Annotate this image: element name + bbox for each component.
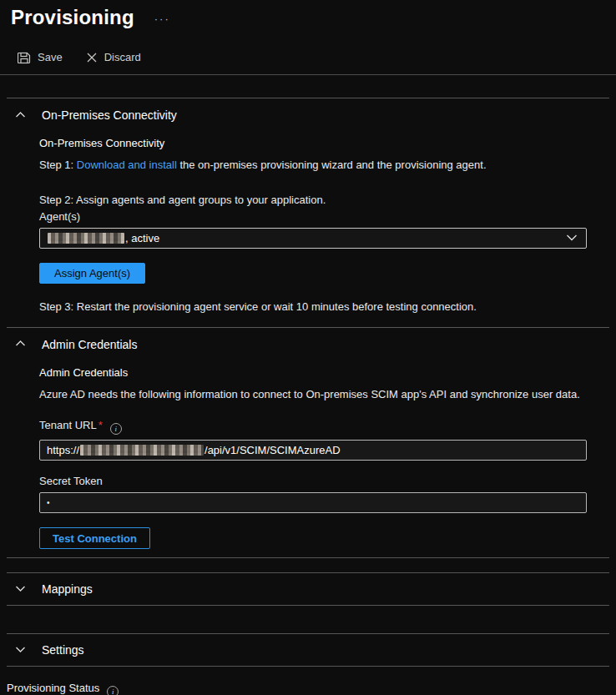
more-menu-button[interactable]: ··· <box>154 13 170 25</box>
agents-label: Agent(s) <box>39 210 587 223</box>
agents-dropdown-value: , active <box>47 232 159 244</box>
discard-button[interactable]: Discard <box>86 51 141 63</box>
step3-text: Step 3: Restart the provisioning agent s… <box>39 300 587 315</box>
page-header: Provisioning ··· <box>0 0 616 29</box>
blade-content: On-Premises Connectivity On-Premises Con… <box>0 75 616 695</box>
tenant-url-suffix: /api/v1/SCIM/SCIMAzureAD <box>204 444 341 456</box>
secret-token-label: Secret Token <box>39 475 587 487</box>
section-settings: Settings <box>7 633 609 667</box>
admin-credentials-subheading: Admin Credentials <box>39 366 587 379</box>
spacer <box>0 606 616 633</box>
provisioning-blade: Provisioning ··· Save Discard <box>0 0 616 695</box>
secret-token-input[interactable]: • <box>39 492 587 513</box>
section-on-premises-connectivity: On-Premises Connectivity On-Premises Con… <box>7 98 609 315</box>
redacted-tenant-host <box>80 445 204 456</box>
section-title: Settings <box>42 643 84 657</box>
redacted-agent-name <box>48 233 124 244</box>
step1-prefix: Step 1: <box>39 159 77 171</box>
step2-text: Step 2: Assign agents and agent groups t… <box>39 193 587 209</box>
chevron-down-icon <box>15 583 26 596</box>
download-and-install-link[interactable]: Download and install <box>77 159 177 171</box>
section-title: On-Premises Connectivity <box>42 108 177 122</box>
provisioning-status-area: Provisioning Statusi On Off <box>0 667 616 695</box>
discard-label: Discard <box>104 51 141 63</box>
section-header-on-premises[interactable]: On-Premises Connectivity <box>7 98 609 132</box>
step1-suffix: the on-premises provisioning wizard and … <box>177 159 487 171</box>
spacer <box>0 75 616 98</box>
save-icon <box>18 51 31 64</box>
command-bar: Save Discard <box>0 40 616 75</box>
tenant-url-input[interactable]: https:///api/v1/SCIM/SCIMAzureAD <box>39 440 587 461</box>
tenant-url-label: Tenant URL*i <box>39 419 587 435</box>
on-premises-body: On-Premises Connectivity Step 1: Downloa… <box>7 132 609 315</box>
section-mappings: Mappings <box>7 572 609 606</box>
info-icon[interactable]: i <box>107 686 119 695</box>
section-header-settings[interactable]: Settings <box>7 634 609 666</box>
tenant-url-prefix: https:// <box>47 444 79 456</box>
provisioning-status-label: Provisioning Statusi <box>7 682 616 695</box>
info-icon[interactable]: i <box>110 423 122 435</box>
close-icon <box>86 52 98 63</box>
section-title: Mappings <box>42 582 93 596</box>
secret-token-masked-value: • <box>47 498 50 507</box>
agent-value-suffix: , active <box>125 232 159 244</box>
agents-dropdown[interactable]: , active <box>39 228 587 249</box>
save-button[interactable]: Save <box>18 51 63 64</box>
section-header-admin-credentials[interactable]: Admin Credentials <box>7 328 609 361</box>
spacer <box>0 558 616 572</box>
section-title: Admin Credentials <box>42 338 137 351</box>
test-connection-button[interactable]: Test Connection <box>39 527 150 549</box>
admin-credentials-description: Azure AD needs the following information… <box>39 387 587 403</box>
assign-agents-button[interactable]: Assign Agent(s) <box>39 263 145 284</box>
required-asterisk: * <box>98 419 103 431</box>
tenant-url-label-text: Tenant URL <box>39 419 97 431</box>
chevron-up-icon <box>15 338 26 350</box>
page-title: Provisioning <box>11 6 134 29</box>
chevron-up-icon <box>15 109 26 122</box>
step1-text: Step 1: Download and install the on-prem… <box>39 158 587 174</box>
on-premises-subheading: On-Premises Connectivity <box>39 137 587 149</box>
save-label: Save <box>38 51 63 63</box>
provisioning-status-label-text: Provisioning Status <box>7 682 99 694</box>
section-header-mappings[interactable]: Mappings <box>7 573 609 605</box>
chevron-down-icon <box>566 232 578 244</box>
admin-credentials-body: Admin Credentials Azure AD needs the fol… <box>7 361 609 558</box>
chevron-down-icon <box>15 644 26 657</box>
spacer <box>39 549 587 557</box>
section-admin-credentials: Admin Credentials Admin Credentials Azur… <box>7 327 609 559</box>
